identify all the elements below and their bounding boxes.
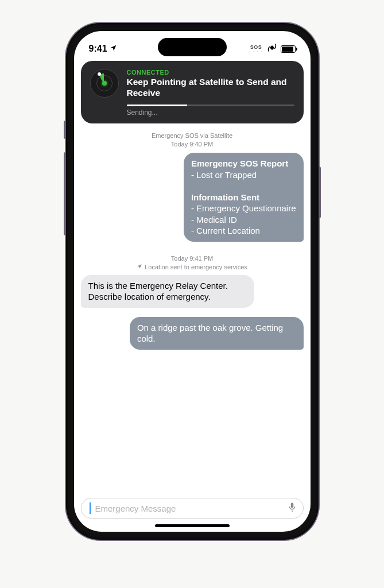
satellite-status-banner: CONNECTED Keep Pointing at Satellite to … <box>81 61 304 123</box>
thread-header: Emergency SOS via Satellite Today 9:40 P… <box>81 131 304 149</box>
sending-label: Sending... <box>127 109 294 117</box>
microphone-icon[interactable] <box>287 501 297 515</box>
dynamic-island <box>158 38 227 56</box>
connection-status: CONNECTED <box>127 69 294 76</box>
thread-title: Emergency SOS via Satellite <box>81 131 304 140</box>
phone-frame: 9:41 SOS • • • • <box>66 23 319 540</box>
message-bubble-incoming[interactable]: This is the Emergency Relay Center. Desc… <box>81 275 255 308</box>
midstamp-time: Today 9:41 PM <box>81 254 304 263</box>
svg-rect-0 <box>270 46 273 49</box>
message-thread[interactable]: Emergency SOS via Satellite Today 9:40 P… <box>74 123 311 493</box>
thread-timestamp: Today 9:40 PM <box>81 140 304 149</box>
screen: 9:41 SOS • • • • <box>74 31 311 532</box>
message-bubble-outgoing[interactable]: Emergency SOS Report - Lost or Trapped I… <box>184 153 304 242</box>
message-input-container[interactable] <box>81 498 304 519</box>
location-arrow-icon <box>137 263 142 272</box>
location-arrow-icon <box>110 44 117 54</box>
sending-progress-bar <box>127 105 294 106</box>
banner-title: Keep Pointing at Satellite to Send and R… <box>127 76 294 99</box>
report-heading: Emergency SOS Report <box>191 158 288 168</box>
info-heading: Information Sent <box>191 192 259 202</box>
satellite-radar-icon <box>90 69 119 98</box>
location-sent-note: Location sent to emergency services <box>145 263 247 272</box>
status-time: 9:41 <box>89 44 107 54</box>
text-caret <box>90 502 91 514</box>
satellite-icon <box>267 42 277 55</box>
message-bubble-outgoing[interactable]: On a ridge past the oak grove. Getting c… <box>130 317 304 350</box>
home-indicator[interactable] <box>155 524 230 527</box>
sos-indicator: SOS • • • • <box>249 45 263 53</box>
input-bar <box>74 493 311 524</box>
message-input[interactable] <box>95 504 282 513</box>
battery-icon <box>281 45 296 53</box>
mid-timestamp: Today 9:41 PM Location sent to emergency… <box>81 254 304 272</box>
